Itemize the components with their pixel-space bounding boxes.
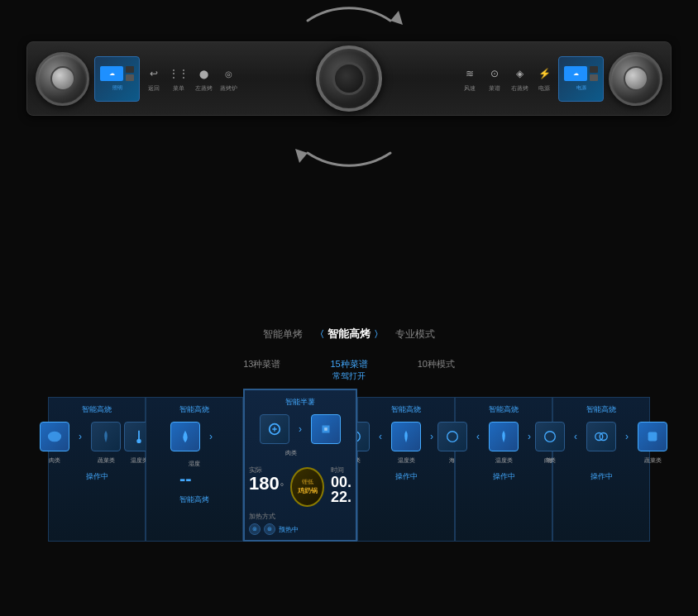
card-4-spacer2	[471, 456, 485, 465]
card-1-humidity-section: 湿度 --	[179, 460, 209, 489]
card-2-heating: 加热方式 ⊚ ⊛ 预热中	[249, 512, 351, 535]
right-mini-screen-display: ☁	[564, 66, 587, 81]
card-4-status: 操作中	[493, 471, 515, 482]
menu-button[interactable]: ⋮⋮ 菜单	[170, 64, 188, 93]
feature-2: 15种菜谱 常驾打开	[330, 358, 367, 382]
wind-label: 风速	[464, 84, 476, 93]
steam-oven-right-button[interactable]: ◈ 右蒸烤	[510, 64, 528, 93]
right-mini-screen-row: ☁	[564, 66, 598, 81]
recipe-card-5[interactable]: 智能高烧 ‹ › 肉类 蔬菜类 操作中	[552, 397, 650, 542]
card-5-status: 操作中	[590, 471, 613, 482]
card-2-icon-1[interactable]	[260, 414, 289, 444]
card-5-spacer2	[586, 456, 616, 465]
tab-high-bake-label: 智能高烤	[327, 327, 371, 341]
card-0-labels: 肉类 蔬菜类 温度类	[40, 456, 154, 465]
card-3-status: 操作中	[395, 471, 418, 482]
power-button[interactable]: ⚡ 电源	[535, 64, 553, 93]
card-1-arrow: ›	[203, 422, 218, 451]
recipe-card-1[interactable]: 智能高烧 › 湿度 -- 智能高烤	[146, 397, 243, 542]
feature-1: 13种菜谱	[243, 358, 280, 382]
cards-strip: 智能高烧 › 肉类 蔬菜类 温度类 操作中	[0, 397, 698, 542]
card-2-icons: ›	[260, 414, 341, 444]
svg-point-11	[600, 433, 607, 441]
card-2-info: 实际 180 ° 锂低 鸡奶锅 时间 00. 22.	[249, 466, 351, 509]
card-2-heat-icon-1: ⊚	[249, 523, 261, 535]
card-4-icon-center[interactable]	[489, 422, 519, 451]
card-0-icon-veg[interactable]	[91, 422, 121, 451]
right-mini-screen[interactable]: ☁ 电源	[558, 56, 604, 102]
right-mini-screen-label: 电源	[576, 84, 586, 92]
card-3-icon-veg[interactable]	[391, 422, 421, 451]
card-0-label-meat: 肉类	[40, 456, 69, 465]
card-5-arrow2: ›	[619, 422, 634, 451]
card-0-title: 智能高烧	[82, 404, 112, 415]
tab-pro-mode[interactable]: 专业模式	[395, 327, 435, 341]
card-5-icons: ‹ ›	[535, 422, 667, 451]
card-3-spacer	[373, 456, 388, 465]
card-1-humidity-label: 湿度	[179, 460, 209, 468]
card-5-label-veg: 蔬菜类	[638, 456, 667, 465]
card-1-subtitle: 智能高烤	[179, 494, 209, 505]
tab-single-bake[interactable]: 智能单烤	[263, 327, 303, 341]
recipe-card-2-highlighted[interactable]: 智能半薯 › 肉类 实际 180 °	[243, 389, 357, 542]
oven-icon: ◎	[219, 64, 237, 83]
card-4-arrow: ‹	[471, 422, 485, 451]
steam-oven-left-label: 左蒸烤	[195, 84, 213, 93]
card-4-label-temp: 温度类	[489, 456, 519, 465]
card-2-time-section: 时间 00. 22.	[331, 466, 351, 504]
svg-marker-0	[390, 11, 403, 25]
card-2-time-val2: 22.	[331, 489, 351, 504]
card-2-time-val: 00.	[331, 475, 351, 489]
tab-high-bake[interactable]: 〈 智能高烤 〉	[315, 327, 383, 341]
right-knob[interactable]	[609, 52, 662, 106]
card-2-temp-val: 180	[249, 475, 280, 493]
wind-icon: ≋	[461, 64, 479, 83]
oven-button[interactable]: ◎ 蒸烤炉	[219, 64, 237, 93]
card-2-heat-icon-2: ⊛	[264, 523, 275, 535]
left-mini-screen[interactable]: ☁ 照明	[94, 56, 140, 102]
svg-point-2	[48, 432, 61, 442]
card-2-badge-line2: 鸡奶锅	[298, 486, 318, 495]
card-5-icon-right[interactable]	[638, 422, 667, 451]
wind-button[interactable]: ≋ 风速	[461, 64, 479, 93]
card-0-icon-meat[interactable]	[40, 422, 69, 451]
mini-icon-1	[126, 66, 134, 73]
card-0-status: 操作中	[86, 471, 108, 482]
card-5-icon-center[interactable]	[586, 422, 616, 451]
right-control-buttons: ≋ 风速 ⊙ 菜谱 ◈ 右蒸烤 ⚡ 电源	[461, 64, 553, 93]
card-2-labels: 肉类	[276, 449, 324, 457]
left-control-buttons: ↩ 返回 ⋮⋮ 菜单 ⬤ 左蒸烤 ◎ 蒸烤炉	[145, 64, 237, 93]
left-controls: ☁ 照明 ↩ 返回 ⋮⋮ 菜单	[89, 56, 316, 102]
power-icon: ⚡	[535, 64, 553, 83]
card-2-label-meat: 肉类	[276, 449, 306, 457]
back-button[interactable]: ↩ 返回	[145, 64, 163, 93]
menu-icon: ⋮⋮	[170, 64, 188, 83]
card-1-icon-main[interactable]	[170, 422, 200, 451]
recipe-card-4[interactable]: 智能高烧 ‹ › 温度类 海鲜类 操作中	[455, 397, 552, 542]
mini-icon-2	[126, 74, 134, 81]
svg-rect-12	[648, 432, 657, 442]
card-4-icon-left[interactable]	[437, 422, 467, 451]
steam-oven-left-icon: ⬤	[194, 64, 213, 83]
card-5-icon-left[interactable]	[535, 422, 565, 451]
right-knob-inner	[624, 66, 648, 91]
power-label: 电源	[538, 84, 550, 93]
tab-right-arrow: 〉	[374, 328, 383, 341]
card-0-arrow: ›	[73, 422, 88, 451]
card-2-icon-2[interactable]	[311, 414, 341, 444]
steam-oven-left-button[interactable]: ⬤ 左蒸烤	[194, 64, 213, 93]
right-mini-icon-2	[590, 74, 598, 81]
recipe-card-3[interactable]: 智能高烧 ‹ › 肉类 温度类 海鲜类 操	[357, 397, 455, 542]
card-2-spacer	[309, 449, 324, 457]
svg-marker-1	[295, 149, 308, 163]
recipe-card-0[interactable]: 智能高烧 › 肉类 蔬菜类 温度类 操作中	[48, 397, 146, 542]
card-5-title: 智能高烧	[586, 404, 616, 415]
card-3-title: 智能高烧	[391, 404, 421, 415]
recipe-button[interactable]: ⊙ 菜谱	[485, 64, 504, 93]
mini-screen-row: ☁	[100, 66, 134, 81]
feature-3: 10种模式	[418, 358, 455, 382]
card-2-title: 智能半薯	[285, 397, 315, 408]
left-knob[interactable]	[36, 52, 89, 106]
left-knob-inner	[50, 66, 75, 91]
card-5-spacer	[568, 456, 583, 465]
